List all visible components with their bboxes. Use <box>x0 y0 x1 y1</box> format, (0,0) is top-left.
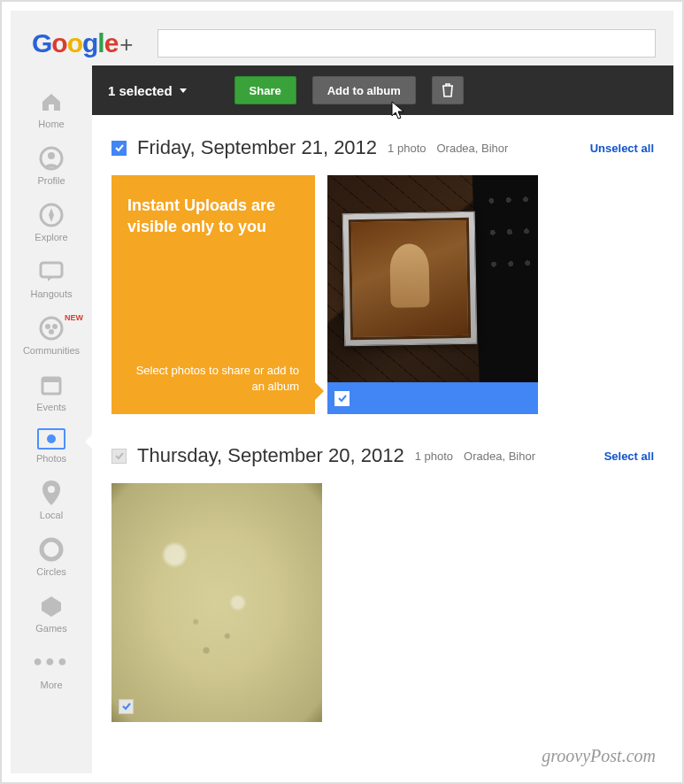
nav-label: More <box>11 680 92 690</box>
nav-photos[interactable]: Photos <box>11 421 92 473</box>
nav-more[interactable]: ●●● More <box>11 642 92 699</box>
selected-count-dropdown[interactable]: 1 selected <box>108 83 187 98</box>
circles-icon <box>38 536 65 563</box>
group-title: Friday, September 21, 2012 <box>137 136 377 159</box>
svg-point-11 <box>42 540 61 559</box>
communities-icon <box>38 315 65 342</box>
svg-point-6 <box>52 324 58 329</box>
nav-hangouts[interactable]: Hangouts <box>11 251 92 308</box>
nav-label: Communities <box>11 345 92 356</box>
instant-uploads-promo: Instant Uploads are visible only to you … <box>111 175 315 414</box>
header: Google+ <box>11 11 673 65</box>
svg-point-10 <box>48 486 55 493</box>
nav-local[interactable]: Local <box>11 473 92 529</box>
share-button[interactable]: Share <box>234 76 296 104</box>
group-header: Thursday, September 20, 2012 1 photo Ora… <box>111 444 654 467</box>
home-icon <box>38 88 65 115</box>
nav-label: Profile <box>11 175 92 186</box>
nav-profile[interactable]: Profile <box>11 138 92 195</box>
nav-label: Circles <box>11 566 92 577</box>
group-checkbox[interactable] <box>111 141 127 156</box>
nav-events[interactable]: Events <box>11 365 92 421</box>
hangouts-icon <box>38 258 65 285</box>
nav-label: Explore <box>11 232 92 242</box>
add-to-album-button[interactable]: Add to album <box>312 76 416 104</box>
photo-thumbnail[interactable] <box>327 175 538 414</box>
group-count: 1 photo <box>415 450 453 463</box>
events-icon <box>38 372 65 398</box>
watermark: groovyPost.com <box>542 746 656 766</box>
photo-group: Friday, September 21, 2012 1 photo Orade… <box>92 115 673 423</box>
search-input[interactable] <box>158 29 656 58</box>
nav-games[interactable]: Games <box>11 586 92 642</box>
local-icon <box>38 480 65 506</box>
explore-icon <box>38 202 65 228</box>
nav-home[interactable]: Home <box>11 81 92 138</box>
new-badge: NEW <box>65 313 83 322</box>
main-panel: 1 selected Share Add to album Friday, Se… <box>92 65 673 773</box>
select-all-link[interactable]: Select all <box>604 450 654 463</box>
svg-point-7 <box>49 329 54 334</box>
selection-toolbar: 1 selected Share Add to album <box>92 65 673 115</box>
sidebar-nav: Home Profile Explore Hangouts <box>11 65 92 773</box>
more-icon: ●●● <box>38 649 65 676</box>
photo-content <box>327 175 538 414</box>
caret-down-icon <box>180 88 187 93</box>
profile-icon <box>38 145 65 172</box>
delete-button[interactable] <box>432 76 464 104</box>
games-icon <box>38 593 65 619</box>
svg-rect-3 <box>41 263 62 277</box>
thumbnail-checkbox[interactable] <box>334 391 350 406</box>
thumbnail-checkbox[interactable] <box>119 699 134 714</box>
group-header: Friday, September 21, 2012 1 photo Orade… <box>111 136 654 159</box>
group-location: Oradea, Bihor <box>464 450 535 463</box>
nav-explore[interactable]: Explore <box>11 195 92 251</box>
logo[interactable]: Google+ <box>32 28 133 58</box>
group-title: Thursday, September 20, 2012 <box>137 444 404 467</box>
selected-count-text: 1 selected <box>108 83 173 98</box>
thumbnail-select-bar <box>327 382 538 414</box>
nav-communities[interactable]: NEW Communities <box>11 308 92 365</box>
promo-title: Instant Uploads are visible only to you <box>127 195 299 238</box>
nav-label: Home <box>11 119 92 129</box>
nav-label: Hangouts <box>11 288 92 299</box>
unselect-all-link[interactable]: Unselect all <box>590 142 654 155</box>
photo-group: Thursday, September 20, 2012 1 photo Ora… <box>92 423 673 731</box>
svg-rect-9 <box>42 378 60 382</box>
nav-label: Photos <box>11 453 92 464</box>
photos-icon <box>37 428 65 450</box>
group-count: 1 photo <box>388 142 426 155</box>
group-location: Oradea, Bihor <box>436 142 508 155</box>
nav-label: Games <box>11 623 92 634</box>
nav-circles[interactable]: Circles <box>11 529 92 586</box>
svg-point-1 <box>48 152 55 159</box>
photo-content <box>111 483 322 722</box>
nav-label: Events <box>11 402 92 412</box>
svg-point-4 <box>41 318 62 339</box>
promo-subtitle: Select photos to share or add to an albu… <box>127 363 299 395</box>
trash-icon <box>442 83 454 97</box>
group-checkbox[interactable] <box>111 449 127 464</box>
svg-point-5 <box>45 324 50 329</box>
photo-thumbnail[interactable] <box>111 483 322 722</box>
thumbnail-select-bar <box>111 690 322 722</box>
nav-label: Local <box>11 510 92 520</box>
